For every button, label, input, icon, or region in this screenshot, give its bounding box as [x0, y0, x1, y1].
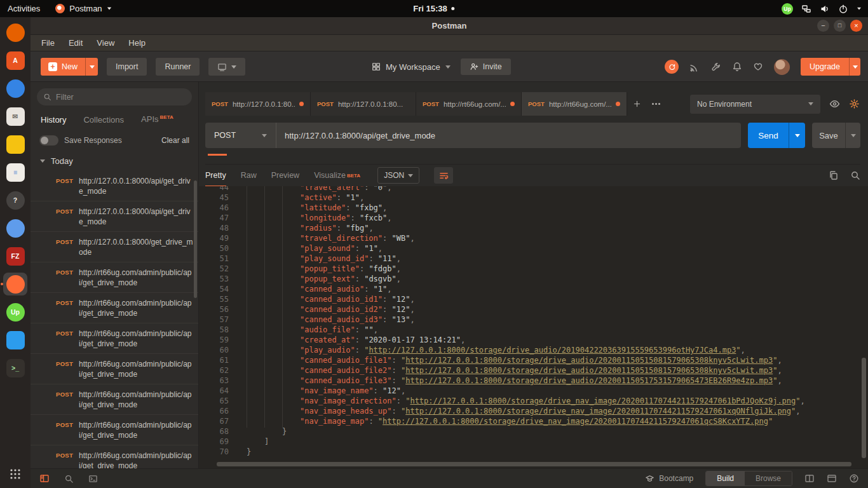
save-dropdown-button[interactable] — [845, 123, 860, 148]
minimize-button[interactable]: − — [817, 20, 829, 32]
response-body[interactable]: 44"travel_alert": "0",45"active": "1",46… — [199, 186, 868, 468]
heart-icon[interactable] — [753, 62, 763, 72]
system-menu-chevron-icon[interactable] — [857, 8, 861, 10]
network-icon[interactable] — [801, 4, 811, 14]
import-button[interactable]: Import — [107, 58, 147, 76]
dock-documents-app-icon[interactable]: ≡ — [3, 161, 27, 184]
sidebar-scrollbar[interactable] — [194, 180, 197, 298]
history-request-item[interactable]: POSThttp://127.0.0.1:8000/get_drive_mode — [31, 232, 198, 262]
menu-edit[interactable]: Edit — [62, 36, 90, 50]
response-link[interactable]: http://127.0.0.1:8000/storage/drive_audi… — [405, 366, 773, 375]
window-titlebar[interactable]: Postman − □ × — [31, 17, 868, 35]
response-tab-raw[interactable]: Raw — [241, 165, 257, 187]
interceptor-icon[interactable] — [689, 62, 700, 72]
response-link[interactable]: http://127.0.0.1:8000/storage/drive_nav_… — [410, 396, 796, 405]
save-responses-toggle[interactable] — [39, 135, 58, 146]
new-dropdown-button[interactable] — [85, 58, 98, 76]
user-avatar[interactable] — [774, 59, 790, 75]
tab-history[interactable]: History — [41, 115, 66, 125]
console-icon[interactable] — [88, 474, 98, 484]
menu-file[interactable]: File — [34, 36, 62, 50]
search-response-icon[interactable] — [850, 170, 860, 180]
response-link[interactable]: http://127.0.0.1:8000/storage/drive_nav_… — [405, 407, 791, 416]
dock-ubuntu-software-icon[interactable]: A — [3, 49, 27, 72]
response-link[interactable]: http://127.0.0.1:8000/storage/drive_audi… — [405, 356, 773, 365]
dock-chromium-icon[interactable] — [3, 217, 27, 240]
history-request-item[interactable]: POSThttp://rt66ug.com/admin/public/api/g… — [31, 323, 198, 354]
upwork-tray-icon[interactable]: Up — [782, 3, 793, 15]
bootcamp-button[interactable]: Bootcamp — [645, 474, 693, 484]
menu-help[interactable]: Help — [121, 36, 153, 50]
upgrade-button[interactable]: Upgrade — [801, 58, 849, 76]
send-dropdown-button[interactable] — [789, 123, 805, 148]
find-replace-icon[interactable] — [64, 474, 74, 484]
dock-terminal-icon[interactable]: >_ — [3, 356, 27, 379]
request-tab[interactable]: POSThttp://127.0.0.1:80... — [205, 92, 311, 116]
response-vertical-scrollbar[interactable] — [862, 358, 866, 458]
response-horizontal-scrollbar[interactable] — [217, 462, 851, 466]
response-link[interactable]: http://127.0.0.1:8000/storage/drive_nav_… — [383, 417, 768, 426]
history-request-item[interactable]: POSThttp://127.0.0.1:8000/api/get_drive_… — [31, 201, 198, 232]
clear-all-button[interactable]: Clear all — [161, 136, 189, 145]
response-format-selector[interactable]: JSON — [377, 167, 419, 184]
new-tab-button[interactable] — [627, 92, 646, 116]
volume-icon[interactable] — [820, 4, 830, 14]
open-console-icon[interactable] — [827, 473, 837, 484]
new-button[interactable]: + New — [41, 58, 85, 76]
sync-status-icon[interactable] — [665, 60, 679, 74]
send-button[interactable]: Send — [748, 123, 789, 148]
tab-options-button[interactable] — [646, 92, 665, 116]
dock-phone-app-icon[interactable] — [3, 133, 27, 156]
notifications-bell-icon[interactable] — [732, 62, 742, 72]
history-request-item[interactable]: POSThttp://rt66ug.com/admin/public/api/g… — [31, 262, 198, 293]
request-tab[interactable]: POSThttp://127.0.0.1:80... — [311, 92, 416, 116]
help-icon[interactable] — [849, 473, 859, 484]
history-group-today[interactable]: Today — [31, 151, 198, 171]
response-link[interactable]: http://127.0.0.1:8000/storage/drive_audi… — [405, 376, 773, 385]
history-request-item[interactable]: POSThttp://rt66ug.com/admin/public/api/g… — [31, 293, 198, 323]
build-toggle-button[interactable]: Build — [706, 471, 745, 485]
method-selector[interactable]: POST — [205, 123, 276, 148]
history-request-item[interactable]: POSThttp://rt66ug.com/admin/public/api/g… — [31, 445, 198, 468]
response-tab-visualize[interactable]: VisualizeBETA — [314, 165, 360, 187]
dock-chat-app-icon[interactable] — [3, 77, 27, 100]
dock-filezilla-icon[interactable]: FZ — [3, 245, 27, 268]
invite-button[interactable]: Invite — [461, 58, 511, 75]
clock[interactable]: Fri 15:38 — [413, 4, 454, 13]
environment-quick-look-icon[interactable] — [829, 98, 840, 109]
filter-input[interactable] — [56, 93, 186, 102]
dock-postman-icon[interactable] — [3, 273, 27, 295]
power-icon[interactable] — [838, 4, 848, 14]
dock-mail-app-icon[interactable]: ✉ — [3, 105, 27, 128]
copy-response-icon[interactable] — [829, 170, 839, 180]
capture-requests-button[interactable] — [208, 58, 245, 76]
save-button[interactable]: Save — [812, 123, 845, 148]
history-request-item[interactable]: POSThttp://rt66ug.com/admin/public/api/g… — [31, 384, 198, 415]
response-tab-pretty[interactable]: Pretty — [205, 165, 226, 187]
activities-button[interactable]: Activities — [0, 0, 48, 17]
dock-upwork-icon[interactable]: Up — [3, 301, 27, 323]
request-tab-active[interactable]: POSThttp://rt66ug.com/... — [522, 92, 627, 116]
toggle-sidebar-icon[interactable] — [39, 473, 50, 484]
request-tab[interactable]: POSThttp://rt66ug.com/... — [416, 92, 522, 116]
dock-vscode-icon[interactable] — [3, 329, 27, 351]
history-request-item[interactable]: POSThttp://rt66ug.com/admin/public/api/g… — [31, 354, 198, 384]
dock-firefox-icon[interactable] — [3, 21, 27, 44]
app-indicator-menu[interactable]: Postman — [48, 0, 119, 17]
url-input[interactable]: http://127.0.0.1:8000/api/get_drive_mode — [276, 123, 741, 148]
two-pane-view-icon[interactable] — [804, 473, 815, 484]
history-request-item[interactable]: POSThttp://rt66ug.com/admin/public/api/g… — [31, 415, 198, 445]
tab-apis[interactable]: APIsBETA — [141, 114, 173, 124]
close-button[interactable]: × — [850, 20, 862, 32]
environment-settings-gear-icon[interactable] — [849, 98, 860, 109]
settings-wrench-icon[interactable] — [711, 62, 721, 72]
history-request-item[interactable]: POSThttp://127.0.0.1:8000/api/get_drive_… — [31, 171, 198, 201]
runner-button[interactable]: Runner — [156, 58, 200, 76]
browse-toggle-button[interactable]: Browse — [745, 471, 792, 485]
response-link[interactable]: http://127.0.0.1:8000/storage/drive_audi… — [369, 346, 736, 355]
workspace-switcher[interactable]: My Workspace — [372, 58, 451, 75]
menu-view[interactable]: View — [90, 36, 121, 50]
response-tab-preview[interactable]: Preview — [271, 165, 299, 187]
upgrade-dropdown-button[interactable] — [849, 58, 860, 76]
show-applications-button[interactable] — [9, 468, 22, 483]
